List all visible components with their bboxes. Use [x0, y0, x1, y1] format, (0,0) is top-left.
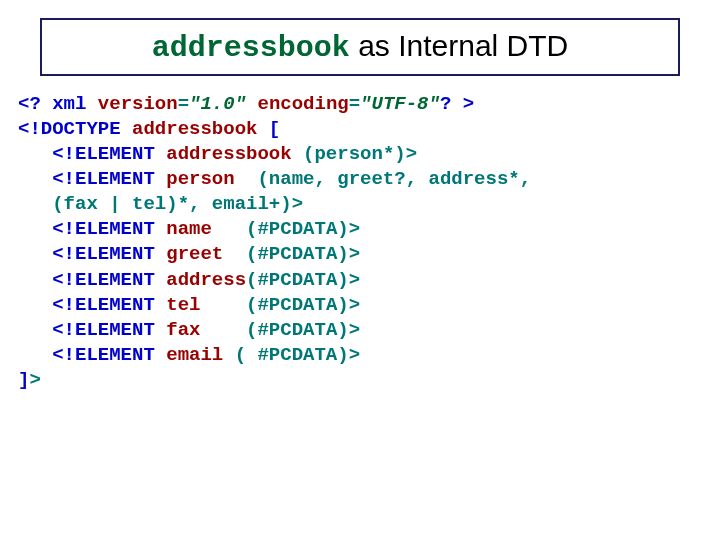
code-token: [: [257, 118, 280, 140]
code-line: ]>: [18, 368, 702, 393]
code-line: <!DOCTYPE addressbook [: [18, 117, 702, 142]
code-token: "UTF-8": [360, 93, 440, 115]
code-token: greet: [166, 243, 246, 265]
code-token: ( #PCDATA)>: [235, 344, 360, 366]
code-token: version: [98, 93, 178, 115]
code-token: =: [349, 93, 360, 115]
code-token: fax: [166, 319, 246, 341]
code-token: name: [166, 218, 246, 240]
code-line: <!ELEMENT fax (#PCDATA)>: [18, 318, 702, 343]
title-rest-text: as Internal DTD: [350, 29, 568, 62]
title-code-word: addressbook: [152, 31, 350, 65]
code-token: (#PCDATA)>: [246, 243, 360, 265]
code-token: (name, greet?, address*,: [257, 168, 531, 190]
code-token: >: [29, 369, 40, 391]
code-token: encoding: [257, 93, 348, 115]
code-token: <!ELEMENT: [18, 269, 166, 291]
code-line: <? xml version="1.0" encoding="UTF-8"? >: [18, 92, 702, 117]
code-token: <!ELEMENT: [18, 218, 166, 240]
code-line: <!ELEMENT address(#PCDATA)>: [18, 268, 702, 293]
code-line: <!ELEMENT person (name, greet?, address*…: [18, 167, 702, 192]
code-token: (#PCDATA)>: [246, 294, 360, 316]
code-line: <!ELEMENT name (#PCDATA)>: [18, 217, 702, 242]
code-token: <? xml: [18, 93, 98, 115]
code-token: (#PCDATA)>: [246, 319, 360, 341]
code-token: (#PCDATA)>: [246, 218, 360, 240]
code-token: (person*)>: [303, 143, 417, 165]
code-token: <!ELEMENT: [18, 243, 166, 265]
code-token: (#PCDATA)>: [246, 269, 360, 291]
code-token: =: [178, 93, 189, 115]
code-token: addressbook: [132, 118, 257, 140]
code-line: (fax | tel)*, email+)>: [18, 192, 702, 217]
code-line: <!ELEMENT tel (#PCDATA)>: [18, 293, 702, 318]
code-token: address: [166, 269, 246, 291]
code-token: "1.0": [189, 93, 246, 115]
code-token: ? >: [440, 93, 474, 115]
code-token: <!ELEMENT: [18, 168, 166, 190]
code-token: email: [166, 344, 234, 366]
code-line: <!ELEMENT greet (#PCDATA)>: [18, 242, 702, 267]
code-token: addressbook: [166, 143, 303, 165]
code-token: <!ELEMENT: [18, 319, 166, 341]
code-block: <? xml version="1.0" encoding="UTF-8"? >…: [18, 92, 702, 393]
code-token: <!DOCTYPE: [18, 118, 132, 140]
code-token: <!ELEMENT: [18, 344, 166, 366]
code-token: <!ELEMENT: [18, 143, 166, 165]
code-token: (fax | tel)*, email+)>: [18, 193, 303, 215]
code-token: person: [166, 168, 257, 190]
code-line: <!ELEMENT addressbook (person*)>: [18, 142, 702, 167]
slide-title: addressbook as Internal DTD: [40, 18, 680, 76]
code-line: <!ELEMENT email ( #PCDATA)>: [18, 343, 702, 368]
code-token: [246, 93, 257, 115]
code-token: ]: [18, 369, 29, 391]
code-token: tel: [166, 294, 246, 316]
code-token: <!ELEMENT: [18, 294, 166, 316]
